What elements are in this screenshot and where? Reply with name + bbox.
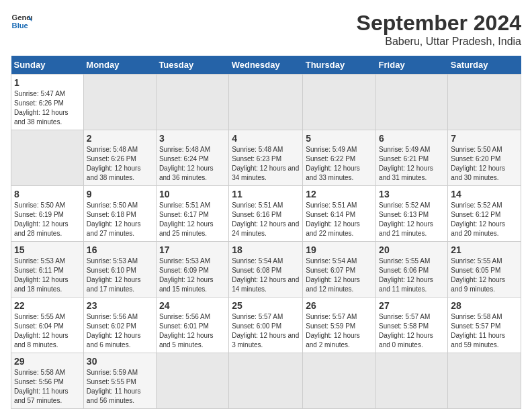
calendar-cell: 24Sunrise: 5:56 AMSunset: 6:01 PMDayligh…: [156, 298, 228, 353]
day-info: Sunrise: 5:55 AMSunset: 6:04 PMDaylight:…: [14, 313, 69, 349]
day-number: 16: [87, 244, 153, 255]
calendar-cell: 6Sunrise: 5:49 AMSunset: 6:21 PMDaylight…: [376, 130, 448, 186]
day-number: 11: [232, 189, 300, 199]
day-number: 2: [87, 133, 153, 144]
calendar-week-6: 29Sunrise: 5:58 AMSunset: 5:56 PMDayligh…: [11, 353, 521, 409]
calendar-week-5: 22Sunrise: 5:55 AMSunset: 6:04 PMDayligh…: [11, 298, 521, 353]
day-info: Sunrise: 5:51 AMSunset: 6:16 PMDaylight:…: [232, 201, 299, 237]
calendar-cell: 5Sunrise: 5:49 AMSunset: 6:22 PMDaylight…: [303, 130, 376, 186]
calendar-cell: 21Sunrise: 5:55 AMSunset: 6:05 PMDayligh…: [448, 242, 521, 298]
calendar-cell: 12Sunrise: 5:51 AMSunset: 6:14 PMDayligh…: [303, 186, 376, 242]
calendar-cell: 27Sunrise: 5:57 AMSunset: 5:58 PMDayligh…: [376, 298, 448, 353]
svg-text:Blue: Blue: [12, 21, 28, 30]
calendar-cell: 10Sunrise: 5:51 AMSunset: 6:17 PMDayligh…: [156, 186, 228, 242]
day-info: Sunrise: 5:51 AMSunset: 6:17 PMDaylight:…: [159, 201, 214, 237]
calendar-cell: [156, 353, 228, 409]
title-block: September 2024 Baberu, Uttar Pradesh, In…: [357, 11, 521, 48]
col-header-sunday: Sunday: [11, 56, 84, 75]
calendar-cell: [448, 75, 521, 130]
col-header-tuesday: Tuesday: [156, 56, 228, 75]
day-number: 1: [14, 77, 81, 88]
calendar-cell: 22Sunrise: 5:55 AMSunset: 6:04 PMDayligh…: [11, 298, 84, 353]
day-number: 29: [14, 356, 81, 367]
calendar-cell: 19Sunrise: 5:54 AMSunset: 6:07 PMDayligh…: [303, 242, 376, 298]
calendar-cell: 25Sunrise: 5:57 AMSunset: 6:00 PMDayligh…: [229, 298, 303, 353]
calendar-cell: 3Sunrise: 5:48 AMSunset: 6:24 PMDaylight…: [156, 130, 228, 186]
day-info: Sunrise: 5:56 AMSunset: 6:01 PMDaylight:…: [159, 313, 214, 349]
day-number: 10: [159, 189, 226, 199]
col-header-monday: Monday: [83, 56, 156, 75]
logo-icon: General Blue: [11, 11, 32, 32]
day-number: 5: [306, 133, 373, 144]
day-number: 23: [87, 300, 153, 311]
day-info: Sunrise: 5:52 AMSunset: 6:12 PMDaylight:…: [451, 201, 505, 237]
day-info: Sunrise: 5:48 AMSunset: 6:26 PMDaylight:…: [87, 146, 141, 181]
calendar-week-4: 15Sunrise: 5:53 AMSunset: 6:11 PMDayligh…: [11, 242, 521, 298]
col-header-wednesday: Wednesday: [229, 56, 303, 75]
day-number: 7: [451, 133, 518, 144]
logo: General Blue: [11, 11, 32, 32]
calendar-cell: 2Sunrise: 5:48 AMSunset: 6:26 PMDaylight…: [83, 130, 156, 186]
calendar-header-row: SundayMondayTuesdayWednesdayThursdayFrid…: [11, 56, 521, 75]
day-info: Sunrise: 5:54 AMSunset: 6:08 PMDaylight:…: [232, 257, 299, 293]
calendar-cell: 30Sunrise: 5:59 AMSunset: 5:55 PMDayligh…: [83, 353, 156, 409]
day-info: Sunrise: 5:50 AMSunset: 6:20 PMDaylight:…: [451, 146, 505, 181]
calendar-cell: 20Sunrise: 5:55 AMSunset: 6:06 PMDayligh…: [376, 242, 448, 298]
calendar-cell: 17Sunrise: 5:53 AMSunset: 6:09 PMDayligh…: [156, 242, 228, 298]
day-info: Sunrise: 5:53 AMSunset: 6:09 PMDaylight:…: [159, 257, 214, 293]
calendar-cell: [303, 75, 376, 130]
calendar-week-1: 1Sunrise: 5:47 AMSunset: 6:26 PMDaylight…: [11, 75, 521, 130]
day-number: 9: [87, 189, 153, 199]
calendar-cell: 18Sunrise: 5:54 AMSunset: 6:08 PMDayligh…: [229, 242, 303, 298]
day-number: 6: [379, 133, 445, 144]
calendar-cell: [11, 130, 84, 186]
calendar-cell: 1Sunrise: 5:47 AMSunset: 6:26 PMDaylight…: [11, 75, 84, 130]
calendar-cell: [229, 75, 303, 130]
calendar-cell: [376, 353, 448, 409]
day-info: Sunrise: 5:58 AMSunset: 5:56 PMDaylight:…: [14, 369, 69, 404]
day-number: 24: [159, 300, 226, 311]
day-info: Sunrise: 5:57 AMSunset: 5:59 PMDaylight:…: [306, 313, 360, 349]
calendar-cell: 4Sunrise: 5:48 AMSunset: 6:23 PMDaylight…: [229, 130, 303, 186]
calendar-cell: 28Sunrise: 5:58 AMSunset: 5:57 PMDayligh…: [448, 298, 521, 353]
col-header-thursday: Thursday: [303, 56, 376, 75]
day-number: 30: [87, 356, 153, 367]
calendar-cell: [376, 75, 448, 130]
day-info: Sunrise: 5:51 AMSunset: 6:14 PMDaylight:…: [306, 201, 360, 237]
month-title: September 2024: [357, 11, 521, 36]
day-info: Sunrise: 5:58 AMSunset: 5:57 PMDaylight:…: [451, 313, 505, 349]
day-number: 25: [232, 300, 300, 311]
day-number: 27: [379, 300, 445, 311]
day-number: 21: [451, 244, 518, 255]
day-info: Sunrise: 5:54 AMSunset: 6:07 PMDaylight:…: [306, 257, 360, 293]
calendar-cell: 7Sunrise: 5:50 AMSunset: 6:20 PMDaylight…: [448, 130, 521, 186]
calendar-cell: 8Sunrise: 5:50 AMSunset: 6:19 PMDaylight…: [11, 186, 84, 242]
day-number: 22: [14, 300, 81, 311]
day-info: Sunrise: 5:49 AMSunset: 6:21 PMDaylight:…: [379, 146, 433, 181]
day-number: 18: [232, 244, 300, 255]
calendar-cell: 15Sunrise: 5:53 AMSunset: 6:11 PMDayligh…: [11, 242, 84, 298]
day-info: Sunrise: 5:48 AMSunset: 6:23 PMDaylight:…: [232, 146, 299, 181]
day-info: Sunrise: 5:52 AMSunset: 6:13 PMDaylight:…: [379, 201, 433, 237]
calendar-week-3: 8Sunrise: 5:50 AMSunset: 6:19 PMDaylight…: [11, 186, 521, 242]
calendar-cell: 14Sunrise: 5:52 AMSunset: 6:12 PMDayligh…: [448, 186, 521, 242]
calendar-cell: [303, 353, 376, 409]
day-number: 19: [306, 244, 373, 255]
day-info: Sunrise: 5:50 AMSunset: 6:19 PMDaylight:…: [14, 201, 69, 237]
col-header-saturday: Saturday: [448, 56, 521, 75]
day-info: Sunrise: 5:53 AMSunset: 6:11 PMDaylight:…: [14, 257, 69, 293]
calendar-cell: [156, 75, 228, 130]
day-number: 14: [451, 189, 518, 199]
day-info: Sunrise: 5:57 AMSunset: 6:00 PMDaylight:…: [232, 313, 299, 349]
calendar-cell: 11Sunrise: 5:51 AMSunset: 6:16 PMDayligh…: [229, 186, 303, 242]
day-number: 13: [379, 189, 445, 199]
day-number: 12: [306, 189, 373, 199]
day-info: Sunrise: 5:55 AMSunset: 6:06 PMDaylight:…: [379, 257, 433, 293]
calendar-cell: 29Sunrise: 5:58 AMSunset: 5:56 PMDayligh…: [11, 353, 84, 409]
calendar-cell: 23Sunrise: 5:56 AMSunset: 6:02 PMDayligh…: [83, 298, 156, 353]
day-info: Sunrise: 5:57 AMSunset: 5:58 PMDaylight:…: [379, 313, 433, 349]
day-number: 4: [232, 133, 300, 144]
day-number: 28: [451, 300, 518, 311]
day-info: Sunrise: 5:55 AMSunset: 6:05 PMDaylight:…: [451, 257, 505, 293]
day-info: Sunrise: 5:56 AMSunset: 6:02 PMDaylight:…: [87, 313, 141, 349]
